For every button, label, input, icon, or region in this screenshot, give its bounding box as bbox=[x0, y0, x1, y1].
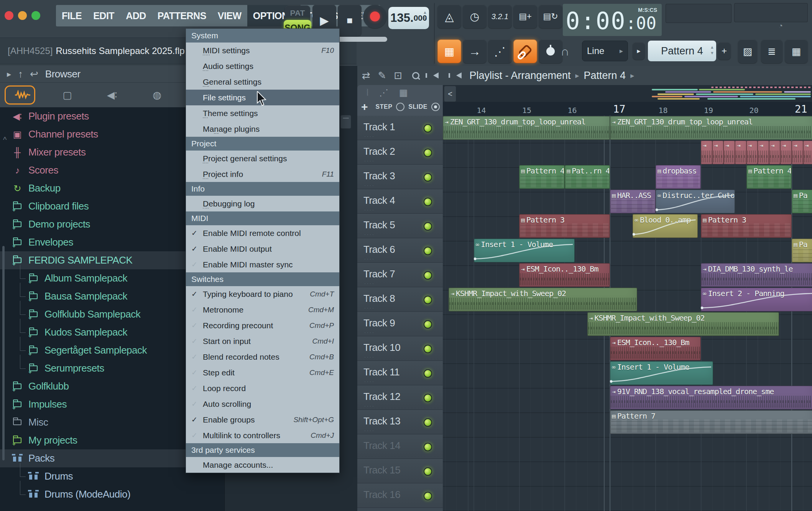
pattern-mode-button[interactable]: PAT bbox=[285, 5, 310, 21]
channel-rack-button[interactable]: ▦ bbox=[437, 39, 461, 63]
wait-for-input-button[interactable]: ◷ bbox=[463, 5, 487, 28]
time-display[interactable]: 0:00:00 M:S:CS bbox=[563, 4, 662, 36]
step-toggle[interactable] bbox=[396, 103, 404, 111]
slide-toggle[interactable] bbox=[431, 103, 440, 111]
track-row[interactable]: Track 15 bbox=[357, 459, 443, 483]
countdown-button[interactable]: 3.2.1 bbox=[488, 5, 512, 28]
clip-insert-1-volume[interactable]: ∞Insert 1 - Volume bbox=[610, 361, 713, 385]
track-row[interactable]: Track 16 bbox=[357, 483, 443, 508]
snap-selector[interactable]: Line ▸ bbox=[582, 41, 628, 61]
browser-tab-files[interactable]: ▢ bbox=[45, 83, 90, 107]
magnet-icon[interactable]: ∩ bbox=[561, 44, 569, 59]
track-row[interactable]: Track 5···· bbox=[357, 214, 443, 238]
browser-up-icon[interactable]: ↑ bbox=[18, 68, 23, 80]
close-window-button[interactable] bbox=[5, 11, 13, 20]
zoom-tool-icon[interactable] bbox=[412, 72, 419, 79]
clip-blood-0-amp[interactable]: ∞Blood 0..amp bbox=[633, 214, 697, 238]
pattern-spin-up-icon[interactable]: ▲ bbox=[710, 45, 714, 49]
menu-item-manage-plugins[interactable]: Manage plugins bbox=[186, 121, 339, 137]
clip-esm-icon-130-bm[interactable]: ⇥ESM_Icon.._130_Bm bbox=[519, 263, 610, 287]
clip-kshmr-impact-with-sweep-02[interactable]: ⇥KSHMR_Impact_with_Sweep_02 bbox=[587, 312, 779, 336]
clip-audio[interactable]: ⇥ bbox=[746, 141, 758, 164]
clip-91v-rnd-138-vocal-resampled-drone-sme[interactable]: ⇥91V_RND_138_vocal_resampled_drone_sme bbox=[610, 386, 812, 409]
menu-item-step-edit[interactable]: ✓Step editCmd+E bbox=[186, 365, 339, 380]
track-row[interactable]: Track 1···· bbox=[357, 116, 443, 140]
menu-item-enable-midi-output[interactable]: ✓Enable MIDI output bbox=[186, 241, 339, 257]
pattern-picker-button[interactable]: ▨ bbox=[738, 39, 757, 63]
clip-pattern-4[interactable]: ▤Pattern 4 bbox=[519, 165, 565, 189]
clip-dia-dmb-130-synth-le[interactable]: ⇥DIA_DMB_130_synth_le bbox=[701, 263, 812, 287]
menu-item-project-general-settings[interactable]: Project general settings bbox=[186, 151, 339, 166]
browser-tab-plugins[interactable]: ◀∶ bbox=[90, 83, 135, 107]
track-row[interactable]: Track 12···· bbox=[357, 385, 443, 410]
menu-item-audio-settings[interactable]: Audio settings bbox=[186, 58, 339, 74]
menu-item-debugging-log[interactable]: Debugging log bbox=[186, 196, 339, 211]
clip-audio[interactable]: ⇥ bbox=[735, 141, 746, 164]
tempo-spin-down-icon[interactable]: ▼ bbox=[423, 16, 427, 20]
draw-tool-icon[interactable]: ✎ bbox=[378, 70, 386, 82]
clip-audio[interactable]: ⇥ bbox=[780, 141, 792, 164]
track-row[interactable]: Track 2···· bbox=[357, 140, 443, 165]
slide-notes-button[interactable]: ⋰ bbox=[488, 39, 512, 63]
clip-pat-rn-4[interactable]: ▤Pat..rn 4 bbox=[565, 165, 610, 189]
track-row[interactable]: Track 7···· bbox=[357, 263, 443, 287]
breadcrumb-root[interactable]: Playlist - Arrangement bbox=[469, 70, 570, 82]
clip-audio[interactable]: ⇥ bbox=[803, 141, 812, 164]
playlist-timeline[interactable]: 1415161718192021 bbox=[443, 102, 812, 116]
clip-insert-1-volume[interactable]: ∞Insert 1 - Volume bbox=[474, 239, 575, 262]
tempo-spin-up-icon[interactable]: ▲ bbox=[423, 10, 427, 15]
track-mute-led[interactable] bbox=[424, 149, 432, 157]
track-mute-led[interactable] bbox=[424, 345, 432, 353]
menu-item-enable-midi-master-sync[interactable]: ✓Enable MIDI master sync bbox=[186, 257, 339, 272]
menu-item-midi-settings[interactable]: MIDI settingsF10 bbox=[186, 43, 339, 58]
stop-button[interactable]: ■ bbox=[338, 5, 362, 36]
minimize-window-button[interactable] bbox=[18, 11, 27, 20]
pan-tool-icon[interactable]: ⇄ bbox=[362, 70, 370, 82]
tempo-display[interactable]: 135.000 ▲▼ bbox=[388, 7, 429, 29]
track-mute-led[interactable] bbox=[424, 394, 432, 402]
track-mute-led[interactable] bbox=[424, 173, 432, 182]
menu-item-enable-midi-remote-control[interactable]: ✓Enable MIDI remote control bbox=[186, 225, 339, 241]
clip-esm-icon-130-bm[interactable]: ⇥ESM_Icon.._130_Bm bbox=[610, 337, 701, 360]
clip-zen-grt-130-drum-top-loop-unreal[interactable]: ⇥ZEN_GRT_130_drum_top_loop_unreal bbox=[610, 116, 812, 140]
clip-pattern-3[interactable]: ▤Pattern 3 bbox=[519, 214, 610, 238]
link-button[interactable] bbox=[513, 39, 537, 63]
record-button[interactable] bbox=[363, 5, 387, 28]
menu-item-blend-recorded-notes[interactable]: ✓Blend recorded notesCmd+B bbox=[186, 349, 339, 365]
pattern-spin-down-icon[interactable]: ▼ bbox=[710, 51, 714, 55]
corner-waveform-icon[interactable]: ⦚ bbox=[367, 87, 368, 98]
menubar-item-file[interactable]: FILE bbox=[56, 5, 87, 26]
clip-audio[interactable]: ⇥ bbox=[723, 141, 735, 164]
track-mute-led[interactable] bbox=[424, 198, 432, 206]
breadcrumb-current[interactable]: Pattern 4 bbox=[584, 70, 626, 82]
clip-zen-grt-130-drum-top-loop-unreal[interactable]: ⇥ZEN_GRT_130_drum_top_loop_unreal bbox=[443, 116, 610, 140]
clip-kshmr-impact-with-sweep-02[interactable]: ⇥KSHMR_Impact_with_Sweep_02 bbox=[449, 288, 637, 311]
menu-item-multilink-to-controllers[interactable]: ✓Multilink to controllersCmd+J bbox=[186, 427, 339, 443]
clip-distruc-ter-cutoff[interactable]: ∞Distruc..ter Cutoff bbox=[656, 190, 735, 213]
clip-audio[interactable]: ⇥ bbox=[701, 141, 712, 164]
clip-audio[interactable]: ⇥ bbox=[758, 141, 769, 164]
menubar-item-patterns[interactable]: PATTERNS bbox=[152, 5, 212, 26]
update-status-icon[interactable]: ◔ bbox=[778, 21, 783, 30]
menu-item-manage-accounts[interactable]: Manage accounts... bbox=[186, 457, 339, 473]
track-mute-led[interactable] bbox=[424, 124, 432, 133]
track-mute-led[interactable] bbox=[424, 222, 432, 231]
send-to-piano-roll-button[interactable]: → bbox=[463, 39, 487, 63]
track-row[interactable]: Track 8···· bbox=[357, 287, 443, 312]
corner-piano-icon[interactable]: ▦ bbox=[399, 87, 408, 98]
track-mute-led[interactable] bbox=[424, 320, 432, 329]
browser-scroll-up-icon[interactable]: ^ bbox=[3, 136, 7, 144]
menu-item-general-settings[interactable]: General settings bbox=[186, 74, 339, 90]
add-pattern-button[interactable]: + bbox=[718, 42, 731, 60]
add-track-button[interactable]: + bbox=[361, 100, 368, 113]
playback-tool-icon[interactable] bbox=[433, 72, 439, 79]
menubar-item-add[interactable]: ADD bbox=[120, 5, 152, 26]
corner-slide-icon[interactable]: ⋰ bbox=[379, 87, 388, 98]
track-mute-led[interactable] bbox=[424, 271, 432, 280]
loop-record-button[interactable]: ▤↻ bbox=[539, 5, 562, 28]
clip-pattern-3[interactable]: ▤Pattern 3 bbox=[701, 214, 792, 238]
playlist-scrollbar-thumb[interactable] bbox=[340, 115, 351, 129]
browser-item[interactable]: Drums (ModeAudio) bbox=[0, 485, 224, 503]
menu-item-start-on-input[interactable]: ✓Start on inputCmd+I bbox=[186, 333, 339, 349]
track-mute-led[interactable] bbox=[424, 467, 432, 476]
